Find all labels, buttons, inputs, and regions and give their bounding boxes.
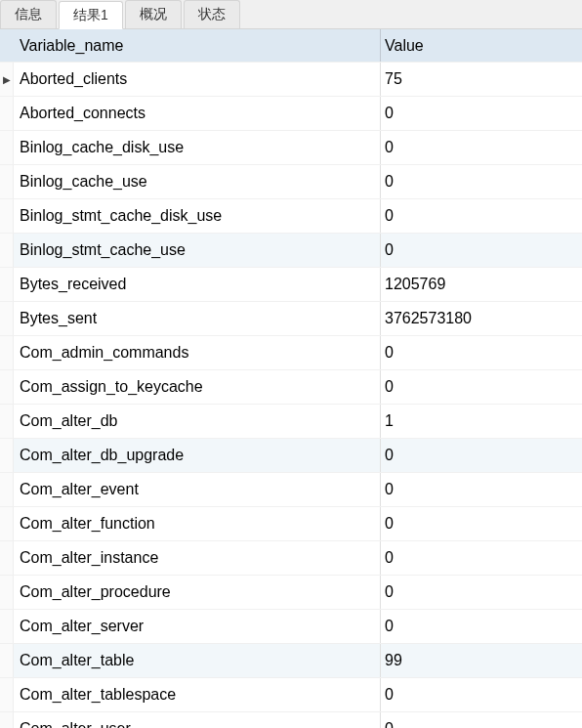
- cell-variable-name[interactable]: Aborted_clients: [14, 70, 380, 88]
- table-row[interactable]: Com_alter_event0: [0, 473, 582, 507]
- tab-1[interactable]: 结果1: [59, 1, 123, 29]
- table-row[interactable]: Binlog_cache_use0: [0, 165, 582, 199]
- tab-bar: 信息结果1概况状态: [0, 0, 582, 29]
- table-row[interactable]: Binlog_stmt_cache_disk_use0: [0, 199, 582, 234]
- cell-variable-name[interactable]: Binlog_stmt_cache_use: [14, 241, 380, 259]
- cell-variable-name[interactable]: Com_alter_event: [14, 481, 380, 498]
- cell-value[interactable]: 99: [381, 652, 582, 669]
- row-marker: [0, 405, 14, 438]
- row-marker: [0, 473, 14, 506]
- row-marker: [0, 678, 14, 711]
- row-marker: [0, 576, 14, 609]
- cell-variable-name[interactable]: Com_alter_db_upgrade: [14, 447, 380, 464]
- cell-variable-name[interactable]: Binlog_cache_disk_use: [14, 139, 380, 156]
- table-row[interactable]: Binlog_stmt_cache_use0: [0, 234, 582, 268]
- table-row[interactable]: Bytes_received1205769: [0, 268, 582, 302]
- cell-variable-name[interactable]: Com_alter_function: [14, 515, 380, 533]
- cell-variable-name[interactable]: Com_alter_user: [14, 720, 380, 728]
- table-header-row: Variable_name Value: [0, 29, 582, 63]
- cell-value[interactable]: 0: [381, 515, 582, 533]
- table-row[interactable]: Com_alter_instance0: [0, 541, 582, 576]
- table-row[interactable]: Aborted_connects0: [0, 97, 582, 131]
- table-row[interactable]: Binlog_cache_disk_use0: [0, 131, 582, 165]
- cell-variable-name[interactable]: Bytes_received: [14, 276, 380, 293]
- table-row[interactable]: Com_admin_commands0: [0, 336, 582, 370]
- row-marker-header: [0, 29, 14, 62]
- table-row[interactable]: Com_alter_procedure0: [0, 576, 582, 610]
- cell-variable-name[interactable]: Com_alter_db: [14, 412, 380, 430]
- row-marker: [0, 439, 14, 472]
- cell-value[interactable]: 0: [381, 105, 582, 122]
- column-header-value[interactable]: Value: [381, 37, 582, 55]
- row-marker: [0, 131, 14, 164]
- cell-variable-name[interactable]: Binlog_stmt_cache_disk_use: [14, 207, 380, 225]
- cell-variable-name[interactable]: Com_alter_table: [14, 652, 380, 669]
- table-row[interactable]: Com_alter_tablespace0: [0, 678, 582, 712]
- table-row[interactable]: Com_alter_db1: [0, 405, 582, 439]
- tab-3[interactable]: 状态: [184, 0, 240, 28]
- cell-variable-name[interactable]: Com_admin_commands: [14, 344, 380, 362]
- cell-variable-name[interactable]: Com_assign_to_keycache: [14, 378, 380, 396]
- cell-value[interactable]: 0: [381, 173, 582, 191]
- column-header-variable-name[interactable]: Variable_name: [14, 37, 380, 55]
- table-row[interactable]: Com_assign_to_keycache0: [0, 370, 582, 405]
- cell-value[interactable]: 0: [381, 207, 582, 225]
- cell-value[interactable]: 0: [381, 139, 582, 156]
- row-marker: [0, 165, 14, 198]
- row-marker: [0, 302, 14, 335]
- cell-value[interactable]: 0: [381, 378, 582, 396]
- table-row[interactable]: Bytes_sent3762573180: [0, 302, 582, 336]
- tab-0[interactable]: 信息: [0, 0, 57, 28]
- row-marker: [0, 97, 14, 130]
- cell-value[interactable]: 3762573180: [381, 310, 582, 327]
- results-table: Variable_name Value ▶Aborted_clients75Ab…: [0, 29, 582, 728]
- table-row[interactable]: Com_alter_user0: [0, 712, 582, 728]
- cell-value[interactable]: 0: [381, 618, 582, 635]
- row-marker: [0, 507, 14, 540]
- cell-value[interactable]: 0: [381, 720, 582, 728]
- row-marker: [0, 199, 14, 233]
- cell-value[interactable]: 0: [381, 583, 582, 601]
- cell-variable-name[interactable]: Com_alter_instance: [14, 549, 380, 567]
- table-row[interactable]: Com_alter_db_upgrade0: [0, 439, 582, 473]
- row-marker: [0, 268, 14, 301]
- cell-value[interactable]: 0: [381, 344, 582, 362]
- cell-value[interactable]: 0: [381, 549, 582, 567]
- row-marker: [0, 610, 14, 643]
- cell-variable-name[interactable]: Aborted_connects: [14, 105, 380, 122]
- cell-value[interactable]: 0: [381, 481, 582, 498]
- table-row[interactable]: Com_alter_server0: [0, 610, 582, 644]
- row-marker: [0, 336, 14, 369]
- row-marker: [0, 234, 14, 267]
- current-row-icon: ▶: [3, 74, 11, 85]
- row-marker: [0, 541, 14, 575]
- tab-2[interactable]: 概况: [125, 0, 182, 28]
- cell-variable-name[interactable]: Bytes_sent: [14, 310, 380, 327]
- row-marker: [0, 644, 14, 677]
- row-marker: ▶: [0, 63, 14, 96]
- cell-variable-name[interactable]: Com_alter_procedure: [14, 583, 380, 601]
- cell-value[interactable]: 0: [381, 686, 582, 704]
- table-row[interactable]: ▶Aborted_clients75: [0, 63, 582, 97]
- table-row[interactable]: Com_alter_table99: [0, 644, 582, 678]
- row-marker: [0, 712, 14, 728]
- cell-variable-name[interactable]: Binlog_cache_use: [14, 173, 380, 191]
- row-marker: [0, 370, 14, 404]
- cell-variable-name[interactable]: Com_alter_tablespace: [14, 686, 380, 704]
- cell-value[interactable]: 0: [381, 447, 582, 464]
- cell-value[interactable]: 75: [381, 70, 582, 88]
- cell-value[interactable]: 0: [381, 241, 582, 259]
- table-row[interactable]: Com_alter_function0: [0, 507, 582, 541]
- cell-value[interactable]: 1: [381, 412, 582, 430]
- cell-variable-name[interactable]: Com_alter_server: [14, 618, 380, 635]
- cell-value[interactable]: 1205769: [381, 276, 582, 293]
